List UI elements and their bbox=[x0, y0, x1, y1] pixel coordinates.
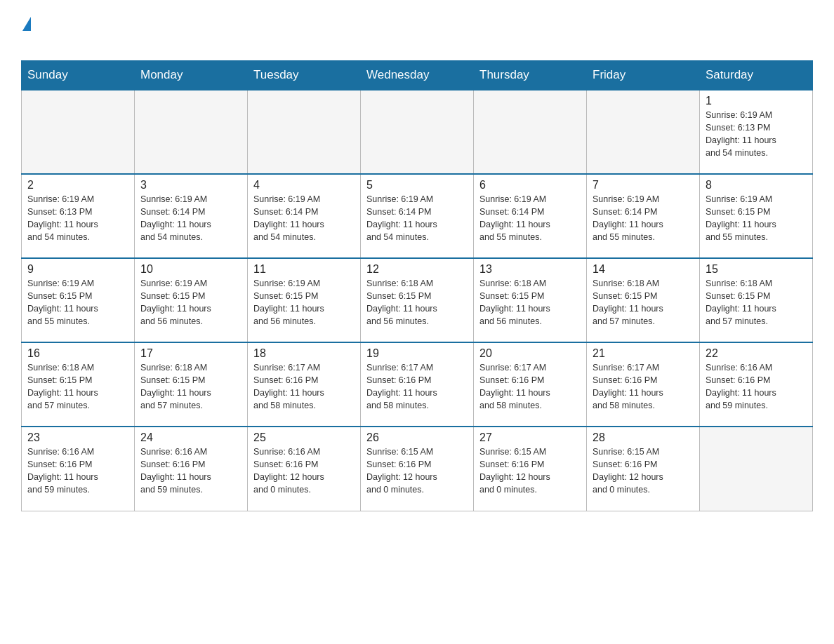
day-info: Sunrise: 6:15 AM Sunset: 6:16 PM Dayligh… bbox=[593, 445, 694, 497]
calendar-header-row: SundayMondayTuesdayWednesdayThursdayFrid… bbox=[22, 61, 813, 90]
day-info: Sunrise: 6:18 AM Sunset: 6:15 PM Dayligh… bbox=[706, 277, 807, 328]
calendar-cell bbox=[587, 90, 700, 174]
calendar-cell bbox=[474, 90, 587, 174]
calendar-week-row-4: 16Sunrise: 6:18 AM Sunset: 6:15 PM Dayli… bbox=[22, 342, 813, 427]
day-info: Sunrise: 6:16 AM Sunset: 6:16 PM Dayligh… bbox=[706, 361, 807, 412]
calendar-cell: 7Sunrise: 6:19 AM Sunset: 6:14 PM Daylig… bbox=[587, 174, 700, 258]
day-number: 22 bbox=[706, 347, 807, 360]
day-number: 19 bbox=[366, 347, 468, 360]
day-info: Sunrise: 6:19 AM Sunset: 6:14 PM Dayligh… bbox=[593, 193, 694, 244]
day-number: 5 bbox=[366, 179, 468, 192]
day-info: Sunrise: 6:16 AM Sunset: 6:16 PM Dayligh… bbox=[140, 445, 241, 497]
day-info: Sunrise: 6:15 AM Sunset: 6:16 PM Dayligh… bbox=[479, 445, 581, 497]
day-number: 24 bbox=[140, 431, 241, 444]
calendar-header-saturday: Saturday bbox=[700, 61, 813, 90]
day-number: 17 bbox=[140, 347, 241, 360]
day-info: Sunrise: 6:19 AM Sunset: 6:14 PM Dayligh… bbox=[366, 193, 468, 244]
calendar-cell: 1Sunrise: 6:19 AM Sunset: 6:13 PM Daylig… bbox=[700, 90, 813, 174]
calendar-header-wednesday: Wednesday bbox=[361, 61, 474, 90]
day-info: Sunrise: 6:18 AM Sunset: 6:15 PM Dayligh… bbox=[27, 361, 128, 412]
day-number: 18 bbox=[253, 347, 355, 360]
calendar-cell: 28Sunrise: 6:15 AM Sunset: 6:16 PM Dayli… bbox=[587, 427, 700, 511]
calendar-cell bbox=[361, 90, 474, 174]
calendar-cell: 12Sunrise: 6:18 AM Sunset: 6:15 PM Dayli… bbox=[361, 258, 474, 342]
day-number: 1 bbox=[706, 95, 807, 107]
day-info: Sunrise: 6:16 AM Sunset: 6:16 PM Dayligh… bbox=[27, 445, 128, 497]
calendar-cell: 5Sunrise: 6:19 AM Sunset: 6:14 PM Daylig… bbox=[361, 174, 474, 258]
day-info: Sunrise: 6:16 AM Sunset: 6:16 PM Dayligh… bbox=[253, 445, 355, 497]
calendar-header-sunday: Sunday bbox=[22, 61, 135, 90]
calendar-week-row-1: 1Sunrise: 6:19 AM Sunset: 6:13 PM Daylig… bbox=[22, 90, 813, 174]
day-info: Sunrise: 6:19 AM Sunset: 6:13 PM Dayligh… bbox=[706, 109, 807, 160]
day-info: Sunrise: 6:17 AM Sunset: 6:16 PM Dayligh… bbox=[479, 361, 581, 412]
calendar-cell: 25Sunrise: 6:16 AM Sunset: 6:16 PM Dayli… bbox=[248, 427, 361, 511]
calendar-cell: 2Sunrise: 6:19 AM Sunset: 6:13 PM Daylig… bbox=[22, 174, 135, 258]
calendar-header-thursday: Thursday bbox=[474, 61, 587, 90]
day-number: 4 bbox=[253, 179, 355, 192]
logo-triangle-icon bbox=[22, 17, 31, 31]
day-info: Sunrise: 6:19 AM Sunset: 6:14 PM Dayligh… bbox=[253, 193, 355, 244]
day-info: Sunrise: 6:17 AM Sunset: 6:16 PM Dayligh… bbox=[593, 361, 694, 412]
day-info: Sunrise: 6:19 AM Sunset: 6:15 PM Dayligh… bbox=[253, 277, 355, 328]
calendar-cell: 18Sunrise: 6:17 AM Sunset: 6:16 PM Dayli… bbox=[248, 342, 361, 427]
calendar-cell: 17Sunrise: 6:18 AM Sunset: 6:15 PM Dayli… bbox=[135, 342, 248, 427]
day-number: 8 bbox=[706, 179, 807, 192]
calendar-cell bbox=[700, 427, 813, 511]
calendar-cell: 9Sunrise: 6:19 AM Sunset: 6:15 PM Daylig… bbox=[22, 258, 135, 342]
calendar-cell: 4Sunrise: 6:19 AM Sunset: 6:14 PM Daylig… bbox=[248, 174, 361, 258]
calendar-cell: 21Sunrise: 6:17 AM Sunset: 6:16 PM Dayli… bbox=[587, 342, 700, 427]
calendar-cell: 16Sunrise: 6:18 AM Sunset: 6:15 PM Dayli… bbox=[22, 342, 135, 427]
calendar-table: SundayMondayTuesdayWednesdayThursdayFrid… bbox=[21, 60, 813, 511]
day-number: 2 bbox=[27, 179, 128, 192]
calendar-cell: 26Sunrise: 6:15 AM Sunset: 6:16 PM Dayli… bbox=[361, 427, 474, 511]
calendar-cell bbox=[22, 90, 135, 174]
calendar-week-row-3: 9Sunrise: 6:19 AM Sunset: 6:15 PM Daylig… bbox=[22, 258, 813, 342]
day-number: 9 bbox=[27, 263, 128, 276]
calendar-header-tuesday: Tuesday bbox=[248, 61, 361, 90]
calendar-cell: 8Sunrise: 6:19 AM Sunset: 6:15 PM Daylig… bbox=[700, 174, 813, 258]
page-header bbox=[21, 14, 813, 49]
calendar-cell: 11Sunrise: 6:19 AM Sunset: 6:15 PM Dayli… bbox=[248, 258, 361, 342]
calendar-cell: 10Sunrise: 6:19 AM Sunset: 6:15 PM Dayli… bbox=[135, 258, 248, 342]
logo-blue-text bbox=[21, 31, 22, 48]
day-number: 28 bbox=[593, 431, 694, 444]
calendar-cell bbox=[135, 90, 248, 174]
day-number: 14 bbox=[593, 263, 694, 276]
day-number: 23 bbox=[27, 431, 128, 444]
calendar-cell bbox=[248, 90, 361, 174]
day-number: 25 bbox=[253, 431, 355, 444]
day-number: 11 bbox=[253, 263, 355, 276]
day-info: Sunrise: 6:19 AM Sunset: 6:15 PM Dayligh… bbox=[140, 277, 241, 328]
day-info: Sunrise: 6:15 AM Sunset: 6:16 PM Dayligh… bbox=[366, 445, 468, 497]
calendar-header-monday: Monday bbox=[135, 61, 248, 90]
day-info: Sunrise: 6:17 AM Sunset: 6:16 PM Dayligh… bbox=[366, 361, 468, 412]
day-number: 12 bbox=[366, 263, 468, 276]
day-info: Sunrise: 6:19 AM Sunset: 6:15 PM Dayligh… bbox=[706, 193, 807, 244]
day-number: 20 bbox=[479, 347, 581, 360]
calendar-cell: 22Sunrise: 6:16 AM Sunset: 6:16 PM Dayli… bbox=[700, 342, 813, 427]
day-number: 21 bbox=[593, 347, 694, 360]
day-number: 10 bbox=[140, 263, 241, 276]
calendar-cell: 20Sunrise: 6:17 AM Sunset: 6:16 PM Dayli… bbox=[474, 342, 587, 427]
calendar-cell: 27Sunrise: 6:15 AM Sunset: 6:16 PM Dayli… bbox=[474, 427, 587, 511]
day-info: Sunrise: 6:18 AM Sunset: 6:15 PM Dayligh… bbox=[366, 277, 468, 328]
day-number: 13 bbox=[479, 263, 581, 276]
calendar-cell: 14Sunrise: 6:18 AM Sunset: 6:15 PM Dayli… bbox=[587, 258, 700, 342]
calendar-cell: 6Sunrise: 6:19 AM Sunset: 6:14 PM Daylig… bbox=[474, 174, 587, 258]
calendar-week-row-2: 2Sunrise: 6:19 AM Sunset: 6:13 PM Daylig… bbox=[22, 174, 813, 258]
day-info: Sunrise: 6:17 AM Sunset: 6:16 PM Dayligh… bbox=[253, 361, 355, 412]
day-number: 16 bbox=[27, 347, 128, 360]
day-number: 27 bbox=[479, 431, 581, 444]
calendar-header-friday: Friday bbox=[587, 61, 700, 90]
calendar-week-row-5: 23Sunrise: 6:16 AM Sunset: 6:16 PM Dayli… bbox=[22, 427, 813, 511]
day-number: 6 bbox=[479, 179, 581, 192]
day-info: Sunrise: 6:19 AM Sunset: 6:14 PM Dayligh… bbox=[140, 193, 241, 244]
day-info: Sunrise: 6:19 AM Sunset: 6:14 PM Dayligh… bbox=[479, 193, 581, 244]
calendar-cell: 23Sunrise: 6:16 AM Sunset: 6:16 PM Dayli… bbox=[22, 427, 135, 511]
day-number: 7 bbox=[593, 179, 694, 192]
day-info: Sunrise: 6:18 AM Sunset: 6:15 PM Dayligh… bbox=[479, 277, 581, 328]
calendar-cell: 15Sunrise: 6:18 AM Sunset: 6:15 PM Dayli… bbox=[700, 258, 813, 342]
calendar-cell: 19Sunrise: 6:17 AM Sunset: 6:16 PM Dayli… bbox=[361, 342, 474, 427]
day-number: 26 bbox=[366, 431, 468, 444]
day-info: Sunrise: 6:19 AM Sunset: 6:13 PM Dayligh… bbox=[27, 193, 128, 244]
